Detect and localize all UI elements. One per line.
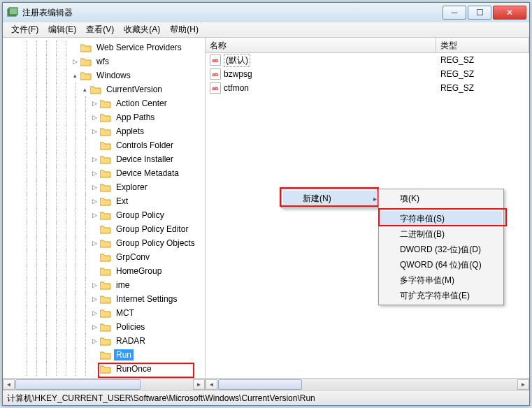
tree-item[interactable]: Web Service Providers (3, 41, 205, 54)
values-pane: 名称 类型 ab(默认)REG_SZabbzwpsgREG_SZabctfmon… (206, 38, 529, 390)
tree-item[interactable]: Group Policy Editor (3, 222, 205, 236)
folder-icon (100, 308, 111, 318)
tree-item[interactable]: ▷Group Policy Objects (3, 236, 205, 250)
tree-item[interactable]: ▷Device Metadata (3, 166, 205, 180)
menu-separator (400, 208, 499, 209)
expand-icon[interactable]: ▷ (91, 323, 99, 331)
tree-item[interactable]: ▷ime (3, 278, 205, 292)
registry-editor-window: 注册表编辑器 ─ ☐ ✕ 文件(F) 编辑(E) 查看(V) 收藏夹(A) 帮助… (2, 2, 530, 406)
folder-icon (100, 238, 111, 248)
menu-view[interactable]: 查看(V) (82, 22, 118, 37)
tree-item[interactable]: HomeGroup (3, 264, 205, 278)
scroll-thumb[interactable] (218, 379, 302, 390)
menu-file[interactable]: 文件(F) (7, 22, 43, 37)
minimize-button[interactable]: ─ (443, 6, 466, 20)
context-new[interactable]: 新建(N) (283, 191, 381, 206)
close-button[interactable]: ✕ (493, 6, 526, 20)
list-row[interactable]: abbzwpsgREG_SZ (206, 67, 529, 81)
expand-icon[interactable]: ▷ (91, 309, 99, 317)
tree-label: Web Service Providers (94, 42, 184, 53)
tree-h-scrollbar[interactable]: ◄ ► (3, 378, 205, 390)
tree-item[interactable]: ▷MCT (3, 306, 205, 320)
menu-help[interactable]: 帮助(H) (166, 22, 203, 37)
expand-icon[interactable]: ▷ (91, 212, 99, 219)
tree-item[interactable]: ▷Group Policy (3, 208, 205, 222)
folder-icon (100, 224, 111, 234)
expand-icon[interactable]: ▷ (91, 170, 99, 177)
submenu-item[interactable]: 字符串值(S) (380, 211, 502, 226)
string-value-icon: ab (210, 54, 221, 66)
title-bar[interactable]: 注册表编辑器 ─ ☐ ✕ (3, 3, 529, 22)
folder-icon (100, 99, 111, 108)
value-name: ctfmon (224, 83, 249, 93)
expand-icon[interactable]: ▴ (81, 86, 89, 94)
registry-tree[interactable]: Web Service Providers▷wfs▴Windows▴Curren… (3, 38, 205, 378)
expand-icon[interactable]: ▷ (91, 296, 99, 303)
tree-item[interactable]: Controls Folder (3, 138, 205, 152)
folder-icon (100, 168, 111, 178)
tree-label: wfs (94, 56, 111, 67)
tree-item[interactable]: ▷Internet Settings (3, 292, 205, 306)
expand-icon[interactable]: ▷ (91, 156, 99, 163)
submenu-item[interactable]: 多字符串值(M) (380, 272, 502, 288)
scroll-left-icon[interactable]: ◄ (3, 379, 15, 390)
tree-item[interactable]: ▴CurrentVersion (3, 82, 205, 96)
value-type: REG_SZ (436, 69, 529, 79)
tree-label: Applets (114, 126, 146, 137)
expand-icon[interactable]: ▷ (91, 128, 99, 136)
expand-icon[interactable]: ▷ (91, 337, 99, 345)
svg-rect-1 (9, 8, 17, 15)
col-type[interactable]: 类型 (436, 38, 529, 52)
tree-label: App Paths (114, 112, 157, 123)
folder-icon (100, 322, 111, 332)
expand-icon[interactable]: ▷ (71, 58, 79, 66)
col-name[interactable]: 名称 (206, 38, 436, 52)
tree-item[interactable]: ▷Action Center (3, 96, 205, 110)
tree-item[interactable]: Run (3, 348, 205, 362)
tree-item[interactable]: ▷Applets (3, 124, 205, 138)
tree-item[interactable]: ▷RADAR (3, 334, 205, 348)
values-list[interactable]: ab(默认)REG_SZabbzwpsgREG_SZabctfmonREG_SZ (206, 53, 529, 95)
tree-item[interactable]: ▷wfs (3, 54, 205, 68)
expand-icon[interactable]: ▷ (91, 184, 99, 191)
submenu-item[interactable]: 项(K) (380, 191, 502, 206)
submenu-item[interactable]: DWORD (32-位)值(D) (380, 242, 502, 257)
submenu-item[interactable]: 可扩充字符串值(E) (380, 288, 502, 303)
scroll-right-icon[interactable]: ► (517, 379, 529, 390)
scroll-left-icon[interactable]: ◄ (206, 379, 217, 390)
tree-label: Action Center (114, 98, 169, 109)
submenu-item[interactable]: QWORD (64 位)值(Q) (380, 257, 502, 272)
expand-icon[interactable]: ▷ (91, 114, 99, 122)
window-title: 注册表编辑器 (22, 7, 441, 19)
submenu-label: 二进制值(B) (400, 228, 445, 240)
tree-item[interactable]: RunOnce (3, 362, 205, 376)
tree-item[interactable]: ▷Policies (3, 320, 205, 334)
maximize-button[interactable]: ☐ (468, 6, 491, 20)
scroll-thumb[interactable] (15, 379, 141, 390)
list-row[interactable]: abctfmonREG_SZ (206, 81, 529, 95)
tree-item[interactable]: ▴Windows (3, 68, 205, 82)
tree-item[interactable]: ▷Ext (3, 194, 205, 208)
expand-icon[interactable]: ▴ (71, 72, 79, 80)
context-submenu: 项(K)字符串值(S)二进制值(B)DWORD (32-位)值(D)QWORD … (378, 189, 504, 305)
tree-item[interactable]: ▷App Paths (3, 110, 205, 124)
expand-icon[interactable]: ▷ (91, 240, 99, 247)
menu-edit[interactable]: 编辑(E) (44, 22, 80, 37)
expand-icon[interactable]: ▷ (91, 100, 99, 108)
tree-label: Policies (114, 321, 147, 333)
tree-label: Run (114, 349, 134, 360)
tree-item[interactable]: ▷Device Installer (3, 152, 205, 166)
tree-item[interactable]: ▷Explorer (3, 180, 205, 194)
scroll-right-icon[interactable]: ► (193, 379, 205, 390)
app-icon (7, 7, 18, 18)
expand-icon[interactable]: ▷ (91, 282, 99, 289)
folder-icon (100, 112, 111, 122)
tree-item[interactable]: GrpConv (3, 250, 205, 264)
expand-icon[interactable]: ▷ (91, 198, 99, 205)
folder-icon (100, 154, 111, 164)
menu-favorites[interactable]: 收藏夹(A) (120, 22, 164, 37)
value-type: REG_SZ (436, 83, 529, 93)
submenu-item[interactable]: 二进制值(B) (380, 226, 502, 242)
list-h-scrollbar[interactable]: ◄ ► (206, 378, 529, 390)
list-row[interactable]: ab(默认)REG_SZ (206, 53, 529, 67)
